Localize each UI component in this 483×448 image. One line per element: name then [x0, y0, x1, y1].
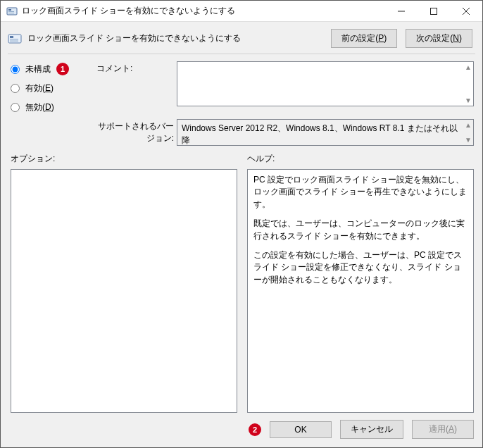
- cancel-button[interactable]: キャンセル: [340, 420, 403, 439]
- close-button[interactable]: [450, 1, 482, 21]
- window-controls: [385, 1, 482, 21]
- svg-rect-11: [10, 40, 18, 41]
- app-icon: [6, 6, 18, 17]
- comment-textbox[interactable]: ▲ ▼: [177, 61, 474, 106]
- nav-buttons: 前の設定(P) 次の設定(N): [331, 29, 472, 48]
- window-title: ロック画面スライド ショーを有効にできないようにする: [22, 5, 385, 17]
- svg-rect-2: [8, 11, 14, 12]
- help-paragraph: この設定を有効にした場合、ユーザーは、PC 設定でスライド ショー設定を修正でき…: [253, 249, 468, 286]
- annotation-2: 2: [249, 423, 261, 436]
- help-paragraph: 既定では、ユーザーは、コンピューターのロック後に実行されるスライド ショーを有効…: [253, 218, 468, 242]
- previous-setting-button[interactable]: 前の設定(P): [331, 29, 397, 48]
- options-label: オプション:: [11, 153, 237, 165]
- svg-rect-5: [431, 8, 437, 14]
- state-radio-group: 未構成 1 有効(E) 無効(D): [11, 61, 94, 113]
- policy-title: ロック画面スライド ショーを有効にできないようにする: [27, 32, 325, 44]
- radio-enabled[interactable]: 有効(E): [11, 82, 94, 94]
- divider: [8, 54, 475, 54]
- maximize-button[interactable]: [418, 1, 450, 21]
- apply-button[interactable]: 適用(A): [412, 420, 474, 439]
- help-panel: PC 設定でロック画面スライド ショー設定を無効にし、ロック画面でスライド ショ…: [247, 169, 474, 413]
- supported-label: サポートされるバージョン:: [96, 119, 174, 144]
- radio-disabled-input[interactable]: [11, 103, 20, 112]
- scroll-down-icon: ▼: [465, 136, 472, 144]
- svg-rect-9: [10, 36, 13, 38]
- help-column: ヘルプ: PC 設定でロック画面スライド ショー設定を無効にし、ロック画面でスラ…: [247, 153, 474, 413]
- radio-enabled-input[interactable]: [11, 84, 20, 93]
- radio-disabled[interactable]: 無効(D): [11, 101, 94, 113]
- radio-not-configured-input[interactable]: [11, 65, 20, 74]
- annotation-1: 1: [56, 63, 69, 75]
- help-paragraph: PC 設定でロック画面スライド ショー設定を無効にし、ロック画面でスライド ショ…: [253, 174, 468, 211]
- scroll-up-icon: ▲: [465, 63, 472, 71]
- ok-button[interactable]: OK: [270, 421, 332, 438]
- options-column: オプション:: [11, 153, 237, 413]
- gpo-policy-dialog: ロック画面スライド ショーを有効にできないようにする ロック画面スライド ショー…: [0, 0, 483, 448]
- svg-rect-1: [8, 9, 11, 11]
- options-panel: [11, 169, 237, 413]
- help-label: ヘルプ:: [247, 153, 474, 165]
- supported-versions-box: Windows Server 2012 R2、Windows 8.1、Windo…: [177, 119, 474, 146]
- minimize-button[interactable]: [385, 1, 418, 21]
- body-section: オプション: ヘルプ: PC 設定でロック画面スライド ショー設定を無効にし、ロ…: [1, 151, 482, 413]
- scroll-up-icon: ▲: [465, 121, 472, 129]
- config-section: 未構成 1 有効(E) 無効(D) コメント: ▲ ▼ サポートされるバージョン…: [1, 57, 482, 151]
- svg-rect-10: [10, 39, 18, 39]
- policy-icon: [8, 32, 22, 46]
- dialog-footer: 2 OK キャンセル 適用(A): [1, 413, 482, 447]
- svg-rect-3: [8, 13, 14, 13]
- next-setting-button[interactable]: 次の設定(N): [406, 29, 472, 48]
- title-bar: ロック画面スライド ショーを有効にできないようにする: [1, 1, 482, 22]
- policy-header: ロック画面スライド ショーを有効にできないようにする 前の設定(P) 次の設定(…: [1, 22, 482, 54]
- scroll-down-icon: ▼: [465, 97, 472, 104]
- radio-not-configured[interactable]: 未構成 1: [11, 63, 94, 75]
- comment-label: コメント:: [96, 61, 174, 75]
